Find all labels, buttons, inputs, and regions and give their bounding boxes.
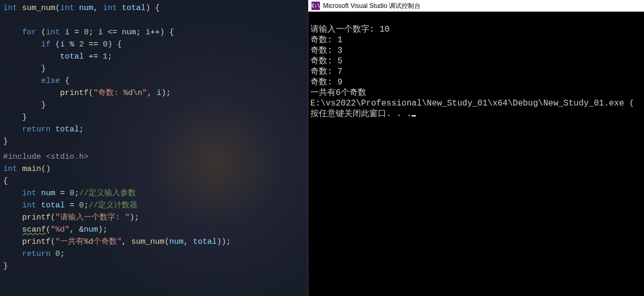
console-output[interactable]: 请输入一个数字: 10 奇数: 1 奇数: 3 奇数: 5 奇数: 7 奇数: … <box>308 12 644 296</box>
code-editor[interactable]: int sum_num(int num, int total) { for (i… <box>0 0 308 296</box>
code-line: } <box>3 111 305 123</box>
code-line: int total = 0;//定义计数器 <box>3 199 305 212</box>
code-line: printf("一共有%d个奇数", sum_num(num, total)); <box>3 236 305 248</box>
code-line: scanf("%d", &num); <box>3 224 305 236</box>
console-line: 按任意键关闭此窗口. . . <box>310 109 412 119</box>
console-line: 奇数: 3 <box>310 46 343 55</box>
console-line: E:\vs2022\Professional\New_Study_01\x64\… <box>310 99 635 108</box>
code-line: } <box>3 63 305 75</box>
code-line: int num = 0;//定义输入参数 <box>3 187 305 199</box>
console-title: Microsoft Visual Studio 调试控制台 <box>323 2 421 11</box>
code-line: int sum_num(int num, int total) { <box>3 2 305 14</box>
code-line <box>3 14 305 26</box>
code-line: return 0; <box>3 248 305 260</box>
code-line: printf("请输入一个数字: "); <box>3 212 305 224</box>
code-line: printf("奇数: %d\n", i); <box>3 87 305 99</box>
console-icon: C:\ <box>311 2 320 10</box>
code-line: #include <stdio.h> <box>3 151 305 163</box>
code-line: if (i % 2 == 0) { <box>3 39 305 51</box>
code-line: int main() <box>3 163 305 175</box>
code-line: for (int i = 0; i <= num; i++) { <box>3 26 305 39</box>
console-line: 奇数: 9 <box>310 78 343 87</box>
console-window: C:\ Microsoft Visual Studio 调试控制台 请输入一个数… <box>308 0 644 296</box>
cursor-icon <box>412 115 416 117</box>
console-line: 奇数: 7 <box>310 67 343 77</box>
code-line: { <box>3 175 305 187</box>
code-line: } <box>3 260 305 272</box>
console-titlebar[interactable]: C:\ Microsoft Visual Studio 调试控制台 <box>308 0 644 12</box>
code-line: } <box>3 136 305 148</box>
console-line: 请输入一个数字: 10 <box>310 25 389 34</box>
code-line: return total; <box>3 123 305 136</box>
console-line: 奇数: 1 <box>310 35 343 45</box>
code-line: } <box>3 99 305 111</box>
console-line: 一共有6个奇数 <box>310 88 366 98</box>
console-line: 奇数: 5 <box>310 56 343 66</box>
code-line: else { <box>3 75 305 87</box>
code-line: total += 1; <box>3 51 305 63</box>
